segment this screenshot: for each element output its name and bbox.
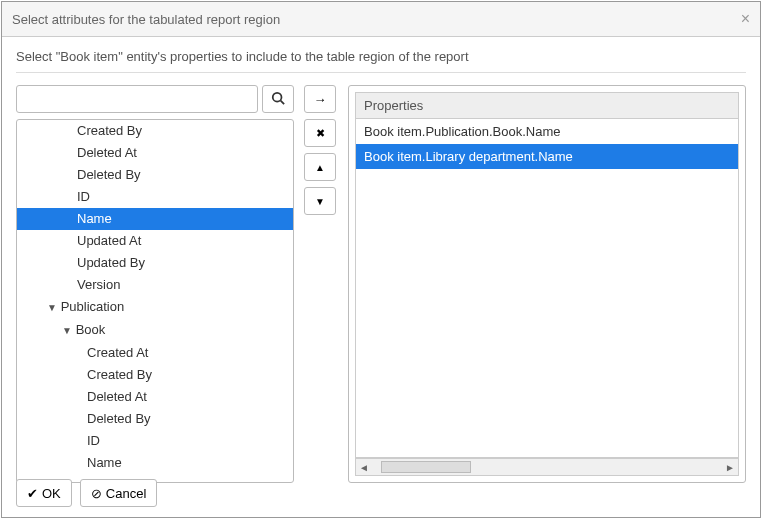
cancel-icon: ⊘ [91, 486, 102, 501]
dialog-footer: ✔ OK ⊘ Cancel [2, 469, 171, 517]
tree-item[interactable]: Name [17, 208, 293, 230]
search-row [16, 85, 294, 113]
tree-item[interactable]: Updated At [17, 230, 293, 252]
chevron-down-icon[interactable]: ▼ [47, 299, 57, 317]
move-up-button[interactable]: ▲ [304, 153, 336, 181]
tree-item[interactable]: Deleted By [17, 408, 293, 430]
tree-item[interactable]: ▼ Publication [17, 296, 293, 319]
cancel-label: Cancel [106, 486, 146, 501]
main-area: Created ByDeleted AtDeleted ByIDNameUpda… [16, 85, 746, 483]
tree-item-label: Updated By [77, 255, 145, 270]
tree-item-label: ID [87, 433, 100, 448]
tree-item[interactable]: Deleted At [17, 142, 293, 164]
tree-item-label: Deleted By [87, 411, 151, 426]
arrow-right-icon: → [314, 92, 327, 107]
properties-list[interactable]: Book item.Publication.Book.NameBook item… [355, 119, 739, 458]
check-icon: ✔ [27, 486, 38, 501]
tree-item-label: Book [76, 322, 106, 337]
horizontal-scrollbar[interactable]: ◄ ► [355, 458, 739, 476]
ok-label: OK [42, 486, 61, 501]
scroll-thumb[interactable] [381, 461, 471, 473]
svg-point-0 [273, 92, 282, 101]
tree-item-label: Updated At [77, 233, 141, 248]
tree-item[interactable]: ID [17, 186, 293, 208]
ok-button[interactable]: ✔ OK [16, 479, 72, 507]
tree-item[interactable]: Version [17, 274, 293, 296]
tree-item-label: Created By [87, 367, 152, 382]
right-panel: Properties Book item.Publication.Book.Na… [348, 85, 746, 483]
search-icon [271, 91, 285, 108]
close-button[interactable]: × [741, 10, 750, 28]
tree-item-label: Created At [87, 345, 148, 360]
arrow-up-icon: ▲ [315, 162, 325, 173]
scroll-right-icon: ► [722, 462, 738, 473]
dialog-header: Select attributes for the tabulated repo… [2, 2, 760, 37]
tree-item-label: ID [77, 189, 90, 204]
tree-item-label: Deleted At [87, 389, 147, 404]
tree-item-label: Deleted By [77, 167, 141, 182]
move-down-button[interactable]: ▼ [304, 187, 336, 215]
search-input[interactable] [16, 85, 258, 113]
tree-item-label: Version [77, 277, 120, 292]
dialog: Select attributes for the tabulated repo… [1, 1, 761, 518]
tree-item[interactable]: ▼ Book [17, 319, 293, 342]
remove-icon: ✖ [316, 127, 325, 140]
arrow-down-icon: ▼ [315, 196, 325, 207]
transfer-buttons: → ✖ ▲ ▼ [304, 85, 338, 483]
dialog-body: Select "Book item" entity's properties t… [2, 37, 760, 495]
instruction-text: Select "Book item" entity's properties t… [16, 49, 746, 64]
scroll-left-icon: ◄ [356, 462, 372, 473]
tree-item[interactable]: Updated By [17, 252, 293, 274]
chevron-down-icon[interactable]: ▼ [62, 322, 72, 340]
tree-item-label: Publication [61, 299, 125, 314]
tree-item[interactable]: Deleted By [17, 164, 293, 186]
tree-item-label: Created By [77, 123, 142, 138]
search-button[interactable] [262, 85, 294, 113]
svg-line-1 [281, 100, 285, 104]
divider [16, 72, 746, 73]
property-item[interactable]: Book item.Library department.Name [356, 144, 738, 169]
left-panel: Created ByDeleted AtDeleted ByIDNameUpda… [16, 85, 294, 483]
tree-item[interactable]: Created By [17, 120, 293, 142]
property-item[interactable]: Book item.Publication.Book.Name [356, 119, 738, 144]
tree-item[interactable]: Deleted At [17, 386, 293, 408]
tree-item[interactable]: Created By [17, 364, 293, 386]
properties-header: Properties [355, 92, 739, 119]
attribute-tree[interactable]: Created ByDeleted AtDeleted ByIDNameUpda… [16, 119, 294, 483]
cancel-button[interactable]: ⊘ Cancel [80, 479, 157, 507]
tree-item[interactable]: Created At [17, 342, 293, 364]
remove-button[interactable]: ✖ [304, 119, 336, 147]
tree-item[interactable]: ID [17, 430, 293, 452]
tree-item-label: Name [77, 211, 112, 226]
tree-item-label: Name [87, 455, 122, 470]
add-button[interactable]: → [304, 85, 336, 113]
tree-item-label: Deleted At [77, 145, 137, 160]
dialog-title: Select attributes for the tabulated repo… [12, 12, 280, 27]
